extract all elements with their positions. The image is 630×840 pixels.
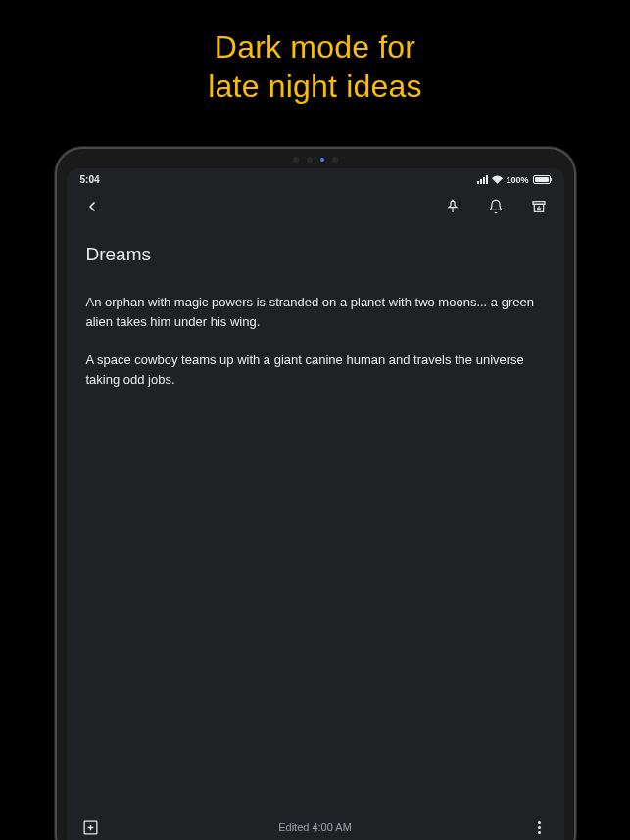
status-indicators: 100% <box>477 175 550 185</box>
archive-icon[interactable] <box>529 197 549 216</box>
note-body[interactable]: An orphan with magic powers is stranded … <box>86 293 545 389</box>
signal-icon <box>477 175 488 184</box>
note-title[interactable]: Dreams <box>86 244 545 265</box>
app-screen: 5:04 100% <box>67 168 564 840</box>
pin-icon[interactable] <box>443 197 462 216</box>
tablet-frame: 5:04 100% <box>55 147 576 840</box>
edited-timestamp: Edited 4:00 AM <box>278 821 352 833</box>
battery-percent: 100% <box>506 175 528 185</box>
back-button[interactable] <box>82 197 102 216</box>
promo-line-2: late night ideas <box>0 67 630 106</box>
app-toolbar <box>67 187 564 230</box>
wifi-icon <box>492 175 503 184</box>
reminder-bell-icon[interactable] <box>486 197 506 216</box>
battery-icon <box>533 175 551 184</box>
more-options-button[interactable] <box>531 818 549 836</box>
promo-heading: Dark mode for late night ideas <box>0 0 630 106</box>
bottom-toolbar: Edited 4:00 AM <box>67 809 564 840</box>
promo-line-1: Dark mode for <box>0 27 630 67</box>
note-paragraph-1: An orphan with magic powers is stranded … <box>86 293 545 331</box>
tablet-camera-notch <box>293 157 338 163</box>
add-content-button[interactable] <box>82 818 100 836</box>
status-bar: 5:04 100% <box>67 168 564 187</box>
note-paragraph-2: A space cowboy teams up with a giant can… <box>86 350 545 389</box>
status-time: 5:04 <box>80 174 100 185</box>
note-content[interactable]: Dreams An orphan with magic powers is st… <box>67 230 564 809</box>
more-vertical-icon <box>538 821 541 834</box>
